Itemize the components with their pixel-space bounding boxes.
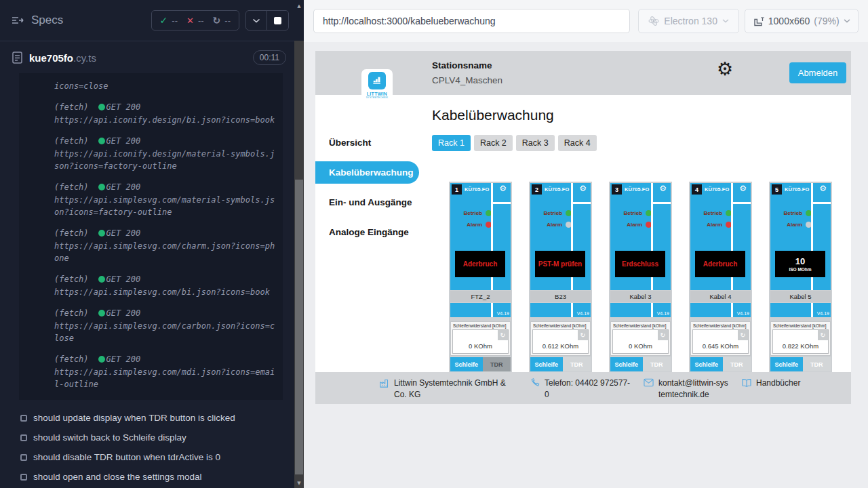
status-unit: ISO MOhm <box>789 267 811 272</box>
http-status: GET 200 <box>106 101 141 113</box>
status-dot-icon <box>98 138 105 144</box>
tdr-button[interactable]: TDR <box>723 357 751 371</box>
tdr-button[interactable]: TDR <box>643 357 671 371</box>
request-url: https://api.iconify.design/material-symb… <box>54 148 277 172</box>
status-display: Aderbruch <box>455 251 505 277</box>
version-row: V4.19 <box>530 303 591 317</box>
log-entry[interactable]: (fetch) GET 200 https://api.iconify.desi… <box>54 135 277 172</box>
browser-selector[interactable]: Electron 130 <box>638 9 740 33</box>
measurement-panel: Schleifenwiderstand [kOhm] ↻ 0.645 KOhm <box>690 321 751 356</box>
sidebar-nav-item[interactable]: Übersicht <box>315 127 424 157</box>
measurement-label: Schleifenwiderstand [kOhm] <box>693 323 749 328</box>
schleife-button[interactable]: Schleife <box>690 357 723 371</box>
request-url: https://api.simplesvg.com/carbon.json?ic… <box>54 320 277 344</box>
log-entry[interactable]: (fetch) GET 200 https://api.simplesvg.co… <box>54 181 277 218</box>
refresh-icon[interactable]: ↻ <box>498 330 508 340</box>
alarm-row: Alarm <box>530 222 573 228</box>
refresh-icon[interactable]: ↻ <box>658 330 668 340</box>
request-url: https://api.simplesvg.com/charm.json?ico… <box>54 240 277 264</box>
specs-title[interactable]: Specs <box>11 14 63 27</box>
device-gear-icon[interactable]: ⚙ <box>499 184 507 193</box>
http-status: GET 200 <box>106 353 141 365</box>
schleife-button[interactable]: Schleife <box>530 357 563 371</box>
command-log: icons=close (fetch) GET 200 https://api.… <box>19 73 283 400</box>
refresh-icon[interactable]: ↻ <box>818 330 828 340</box>
scroll-up-icon[interactable]: ▲ <box>294 1 304 11</box>
alarm-label: Alarm <box>547 222 562 228</box>
led-block: Betrieb Alarm <box>610 210 653 233</box>
viewport-selector[interactable]: 1000x660 (79%) <box>745 9 859 33</box>
spec-file-icon <box>12 52 22 64</box>
test-pending-icon <box>20 415 27 422</box>
fetch-tag: (fetch) <box>54 307 89 319</box>
runner-controls: ✓-- ✕-- ↻-- <box>151 10 289 30</box>
log-entry[interactable]: (fetch) GET 200 https://api.simplesvg.co… <box>54 227 277 264</box>
scroll-down-icon[interactable]: ▼ <box>294 479 304 488</box>
log-entry[interactable]: (fetch) GET 200 https://api.simplesvg.co… <box>54 353 277 390</box>
betrieb-label: Betrieb <box>463 210 482 216</box>
alarm-led <box>566 222 572 228</box>
sidebar-nav-item[interactable]: Analoge Eingänge <box>315 217 424 247</box>
device-card: 1 KÜ705-FO ⚙ Betrieb <box>449 182 512 372</box>
test-stats: ✓-- ✕-- ↻-- <box>151 10 239 30</box>
settings-gear-icon[interactable]: ⚙ <box>717 60 733 78</box>
cable-name: Kabel 4 <box>690 291 751 302</box>
tdr-button[interactable]: TDR <box>803 357 831 371</box>
log-entry[interactable]: (fetch) GET 200 https://api.iconify.desi… <box>54 101 277 126</box>
device-gear-icon[interactable]: ⚙ <box>579 184 587 193</box>
test-item[interactable]: should open and close the settings modal <box>0 467 294 487</box>
device-gear-icon[interactable]: ⚙ <box>659 184 667 193</box>
betrieb-label: Betrieb <box>543 210 562 216</box>
status-dot-icon <box>98 184 105 190</box>
spec-row[interactable]: kue705fo.cy.ts 00:11 <box>0 41 294 73</box>
device-gear-icon[interactable]: ⚙ <box>819 184 827 193</box>
scrollbar-track[interactable] <box>294 41 304 488</box>
rack-tab[interactable]: Rack 1 <box>432 135 471 151</box>
rack-tab[interactable]: Rack 2 <box>474 135 513 151</box>
tdr-button[interactable]: TDR <box>483 357 511 371</box>
url-input[interactable] <box>313 9 630 33</box>
rack-tab[interactable]: Rack 4 <box>558 135 597 151</box>
alarm-label: Alarm <box>787 222 802 228</box>
scrollbar-thumb[interactable] <box>295 180 303 474</box>
logo-text: LITTWIN <box>367 92 387 96</box>
tdr-button[interactable]: TDR <box>563 357 591 371</box>
log-entry[interactable]: (fetch) GET 200 https://api.simplesvg.co… <box>54 273 277 298</box>
test-item[interactable]: should update display when TDR button is… <box>0 408 294 428</box>
log-entry[interactable]: (fetch) GET 200 https://api.simplesvg.co… <box>54 307 277 344</box>
schleife-button[interactable]: Schleife <box>450 357 483 371</box>
test-list: should update display when TDR button is… <box>0 408 294 487</box>
status-text: 10 <box>795 256 805 266</box>
rack-tab[interactable]: Rack 3 <box>516 135 555 151</box>
device-front: 2 KÜ705-FO ⚙ Betrieb <box>530 183 591 290</box>
request-url: https://api.simplesvg.com/mdi.json?icons… <box>54 366 277 390</box>
footer-manuals[interactable]: Handbücher <box>741 378 800 390</box>
app-main: Kabelüberwachung Rack 1 Rack 2 Rack 3 Ra… <box>424 95 851 372</box>
runner-scrollbar[interactable]: ▲ ▼ <box>294 0 304 488</box>
stat-running: ↻-- <box>213 15 231 26</box>
schleife-button[interactable]: Schleife <box>770 357 803 371</box>
device-gear-icon[interactable]: ⚙ <box>739 184 747 193</box>
stat-failed: ✕-- <box>186 16 204 26</box>
refresh-icon[interactable]: ↻ <box>738 330 748 340</box>
schleife-button[interactable]: Schleife <box>610 357 643 371</box>
test-item[interactable]: should switch back to Schleife display <box>0 428 294 447</box>
led-block: Betrieb Alarm <box>450 210 493 233</box>
sidebar-nav-item[interactable]: Ein- und Ausgänge <box>315 187 424 217</box>
device-front: 5 KÜ705-FO ⚙ Betrieb <box>770 183 831 290</box>
refresh-icon[interactable]: ↻ <box>578 330 588 340</box>
sidebar-nav-item[interactable]: Kabelüberwachung <box>315 161 419 184</box>
littwin-logo: LITTWIN SYSTEMTECHNIK <box>361 69 393 106</box>
device-card: 5 KÜ705-FO ⚙ Betrieb <box>769 182 832 372</box>
version-row: V4.19 <box>610 303 671 317</box>
run-options-button[interactable] <box>246 11 267 30</box>
measurement-label: Schleifenwiderstand [kOhm] <box>613 323 669 328</box>
stop-button[interactable] <box>267 11 288 30</box>
stat-passed: ✓-- <box>160 15 178 26</box>
app-footer: Littwin Systemtechnik GmbH & Co. KG Tele… <box>315 372 851 404</box>
viewport-scale: (79%) <box>814 16 839 26</box>
test-item[interactable]: should disable TDR button when tdrActive… <box>0 447 294 467</box>
led-block: Betrieb Alarm <box>770 210 813 233</box>
logout-button[interactable]: Abmelden <box>789 62 846 83</box>
cable-name: FTZ_2 <box>450 291 511 302</box>
